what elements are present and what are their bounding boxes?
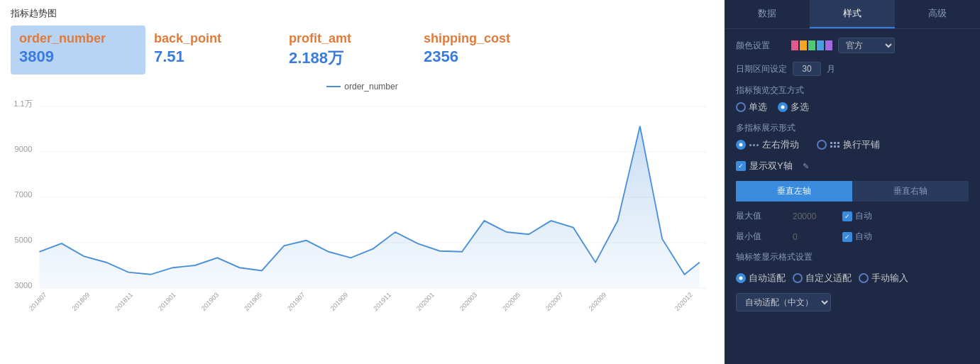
interaction-section: 指标预览交互方式 单选 多选 xyxy=(736,84,969,114)
date-range-row: 日期区间设定 月 xyxy=(736,62,969,76)
format-auto-label: 自动适配 xyxy=(749,272,786,285)
swatch-4 xyxy=(825,40,832,50)
svg-text:7000: 7000 xyxy=(15,190,33,199)
metric-value-2: 2.188万 xyxy=(289,48,401,69)
chart-legend: order_number xyxy=(11,82,714,92)
grid-icon xyxy=(830,142,839,148)
adapt-dropdown-row: 自动适配（中文） xyxy=(736,293,969,311)
max-auto-label: 自动 xyxy=(855,210,872,222)
min-value-row: 最小值 ✓ 自动 xyxy=(736,231,969,243)
format-label: 轴标签显示格式设置 xyxy=(736,252,813,262)
format-custom-label: 自定义适配 xyxy=(805,272,852,285)
max-value-input[interactable] xyxy=(793,211,835,221)
metric-card-profit-amt[interactable]: profit_amt 2.188万 xyxy=(280,26,415,75)
svg-text:201909: 201909 xyxy=(329,291,349,312)
max-auto-check[interactable]: ✓ 自动 xyxy=(842,210,872,222)
wrap-label: 换行平铺 xyxy=(843,138,880,151)
svg-text:5000: 5000 xyxy=(15,236,33,244)
interaction-label: 指标预览交互方式 xyxy=(736,84,969,96)
format-radio-manual xyxy=(859,273,869,283)
metric-value-3: 2356 xyxy=(424,48,536,66)
swatch-3 xyxy=(817,40,824,50)
max-checkmark: ✓ xyxy=(844,213,850,220)
date-range-label: 日期区间设定 xyxy=(736,63,787,75)
svg-text:9000: 9000 xyxy=(15,145,33,153)
min-auto-label: 自动 xyxy=(855,231,872,243)
min-label: 最小值 xyxy=(736,231,786,243)
format-manual[interactable]: 手动输入 xyxy=(859,272,908,285)
checkbox-box: ✓ xyxy=(736,161,746,171)
dual-yaxis-label: 显示双Y轴 xyxy=(749,160,793,172)
line-chart: 1.1万 9000 7000 5000 3000 xyxy=(11,95,714,322)
swatch-0 xyxy=(791,40,798,50)
radio-circle-multi xyxy=(778,102,788,112)
color-preset-select[interactable]: 官方 xyxy=(838,38,895,53)
metrics-row: order_number 3809 back_point 7.51 profit… xyxy=(11,26,714,75)
format-custom[interactable]: 自定义适配 xyxy=(793,272,852,285)
max-checkbox: ✓ xyxy=(842,211,852,221)
metric-card-back-point[interactable]: back_point 7.51 xyxy=(145,26,280,75)
metric-name-3: shipping_cost xyxy=(424,31,536,46)
interaction-radio-group: 单选 多选 xyxy=(736,101,969,114)
color-label: 颜色设置 xyxy=(736,40,786,52)
metric-value-0: 3809 xyxy=(19,48,131,66)
svg-text:201911: 201911 xyxy=(373,291,392,312)
svg-text:201901: 201901 xyxy=(157,291,177,312)
radio-circle-single xyxy=(736,102,746,112)
tab-style[interactable]: 样式 xyxy=(810,0,895,28)
format-label-row: 轴标签显示格式设置 xyxy=(736,251,969,263)
chart-panel: 指标趋势图 order_number 3809 back_point 7.51 … xyxy=(0,0,725,364)
scroll-label: 左右滑动 xyxy=(762,138,799,151)
adapt-select[interactable]: 自动适配（中文） xyxy=(736,293,831,311)
max-label: 最大值 xyxy=(736,210,786,222)
min-auto-check[interactable]: ✓ 自动 xyxy=(842,231,872,243)
radio-multi[interactable]: 多选 xyxy=(778,101,809,114)
color-setting-row: 颜色设置 官方 xyxy=(736,38,969,53)
svg-text:202005: 202005 xyxy=(502,291,522,312)
area-fill xyxy=(39,126,699,288)
radio-single[interactable]: 单选 xyxy=(736,101,767,114)
min-value-input[interactable] xyxy=(793,232,835,242)
axis-buttons: 垂直左轴 垂直右轴 xyxy=(736,181,969,202)
dual-yaxis-checkbox[interactable]: ✓ 显示双Y轴 xyxy=(736,160,793,172)
display-options-group: 左右滑动 换行平铺 xyxy=(736,138,969,151)
multi-display-label: 多指标展示形式 xyxy=(736,122,969,134)
min-checkbox: ✓ xyxy=(842,232,852,242)
radio-label-single: 单选 xyxy=(749,101,767,114)
chart-title: 指标趋势图 xyxy=(11,7,714,20)
axis-left-button[interactable]: 垂直左轴 xyxy=(736,181,852,202)
chart-container: 1.1万 9000 7000 5000 3000 xyxy=(11,95,714,357)
svg-text:201903: 201903 xyxy=(200,291,220,312)
svg-text:202007: 202007 xyxy=(544,291,564,312)
svg-text:1.1万: 1.1万 xyxy=(13,99,32,108)
display-scroll[interactable]: 左右滑动 xyxy=(736,138,799,151)
legend-label: order_number xyxy=(344,82,397,92)
settings-body: 颜色设置 官方 日期区间设定 月 指标预览交互方式 xyxy=(725,29,980,320)
svg-text:202001: 202001 xyxy=(415,291,435,312)
settings-panel: 数据 样式 高级 颜色设置 官方 日期区间设定 月 指标预览 xyxy=(725,0,980,364)
date-range-input[interactable] xyxy=(793,62,821,76)
svg-text:3000: 3000 xyxy=(15,281,33,289)
format-auto[interactable]: 自动适配 xyxy=(736,272,786,285)
svg-text:201905: 201905 xyxy=(243,291,263,312)
radio-wrap xyxy=(817,140,827,150)
multi-display-section: 多指标展示形式 左右滑动 换行平铺 xyxy=(736,122,969,151)
tab-data[interactable]: 数据 xyxy=(725,0,810,28)
swatch-2 xyxy=(808,40,815,50)
display-wrap[interactable]: 换行平铺 xyxy=(817,138,880,151)
date-range-unit: 月 xyxy=(827,63,835,75)
metric-card-order-number[interactable]: order_number 3809 xyxy=(11,26,145,75)
dual-yaxis-row: ✓ 显示双Y轴 ✎ xyxy=(736,160,969,172)
axis-right-button[interactable]: 垂直右轴 xyxy=(852,181,969,202)
metric-name-2: profit_amt xyxy=(289,31,401,46)
format-radio-custom xyxy=(793,273,803,283)
svg-text:201811: 201811 xyxy=(114,291,134,312)
checkmark-icon: ✓ xyxy=(738,162,744,170)
format-radio-auto xyxy=(736,273,746,283)
svg-text:202003: 202003 xyxy=(458,291,478,312)
tab-advanced[interactable]: 高级 xyxy=(895,0,980,28)
svg-text:201907: 201907 xyxy=(286,291,306,312)
svg-text:202012: 202012 xyxy=(673,291,693,312)
edit-icon[interactable]: ✎ xyxy=(803,162,809,171)
metric-card-shipping-cost[interactable]: shipping_cost 2356 xyxy=(415,26,550,75)
